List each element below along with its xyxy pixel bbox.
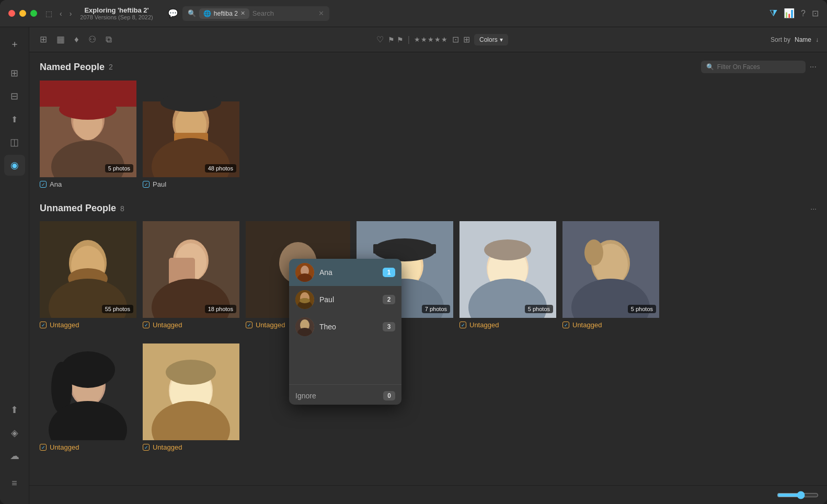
- named-people-grid: 5 photos Ana: [40, 81, 817, 188]
- svg-point-59: [300, 298, 310, 303]
- close-button[interactable]: [8, 10, 15, 17]
- sidebar-item-faces[interactable]: ◉: [4, 155, 25, 176]
- colors-button[interactable]: Colors ▾: [474, 34, 508, 45]
- search-input[interactable]: [252, 9, 315, 17]
- sidebar-item-map[interactable]: ◫: [4, 132, 25, 153]
- face-search-bar[interactable]: 🔍: [701, 61, 806, 73]
- sidebar-toggle-icon[interactable]: ⬚: [43, 8, 54, 19]
- named-more-icon[interactable]: ···: [810, 62, 817, 72]
- paul-name: Paul: [153, 180, 166, 188]
- u6-count-badge: 5 photos: [628, 305, 656, 313]
- u8-name: Untagged: [153, 443, 182, 451]
- unnamed-header: Unnamed People 8 ···: [40, 203, 817, 214]
- u5-photo: [460, 221, 556, 318]
- u1-photo: [40, 221, 136, 318]
- unnamed-more-icon[interactable]: ···: [810, 204, 817, 213]
- sidebar-item-cloud[interactable]: ☁: [4, 445, 25, 466]
- sidebar-item-share[interactable]: ⬆: [4, 399, 25, 420]
- chart-icon[interactable]: 📊: [784, 8, 795, 19]
- sidebar-item-plugin[interactable]: ◈: [4, 422, 25, 443]
- dropdown-theo-number: 3: [383, 322, 395, 331]
- colors-label: Colors: [479, 36, 498, 43]
- u4-count-badge: 7 photos: [422, 305, 450, 313]
- u7-checkbox[interactable]: [40, 444, 47, 451]
- face-card-u2[interactable]: 18 photos Untagged: [143, 221, 239, 329]
- tag-icon[interactable]: ♦: [72, 32, 81, 47]
- person-assign-dropdown: Ana 1 Paul: [289, 259, 401, 405]
- sidebar-item-menu[interactable]: ≡: [4, 473, 25, 494]
- zoom-slider[interactable]: [777, 491, 819, 499]
- titlebar: ⬚ ‹ › Exploring 'heftiba 2' 2078 Version…: [0, 0, 827, 27]
- compare-icon[interactable]: ⧉: [104, 32, 114, 47]
- calendar-icon[interactable]: ▦: [54, 32, 67, 47]
- ana-photo: [40, 81, 136, 177]
- help-icon[interactable]: ?: [801, 9, 806, 18]
- colors-chevron-icon: ▾: [500, 36, 503, 43]
- dropdown-theo-name: Theo: [319, 323, 377, 331]
- u5-checkbox[interactable]: [460, 322, 466, 328]
- u1-count-badge: 55 photos: [102, 305, 133, 313]
- u8-checkbox[interactable]: [143, 444, 150, 451]
- u6-checkbox[interactable]: [562, 322, 569, 328]
- dropdown-paul-number: 2: [383, 295, 395, 304]
- paul-count-badge: 48 photos: [205, 164, 236, 173]
- face-card-u6[interactable]: 5 photos Untagged: [562, 221, 659, 329]
- maximize-button[interactable]: [30, 10, 37, 17]
- favorite-icon[interactable]: ♡: [376, 35, 384, 44]
- ana-name: Ana: [50, 180, 62, 188]
- face-card-u5[interactable]: 5 photos Untagged: [460, 221, 556, 329]
- paul-checkbox[interactable]: [143, 181, 150, 188]
- sidebar: ＋ ⊞ ⊟ ⬆ ◫ ◉ ⬆: [0, 27, 29, 504]
- flag-icons[interactable]: ⚑ ⚑: [388, 36, 404, 44]
- u1-checkbox[interactable]: [40, 322, 47, 328]
- bottom-bar: [29, 485, 827, 504]
- dropdown-item-paul[interactable]: Paul 2: [289, 286, 401, 313]
- face-card-u1[interactable]: 55 photos Untagged: [40, 221, 136, 329]
- back-icon[interactable]: ‹: [58, 8, 64, 19]
- person-icon[interactable]: ⚇: [86, 32, 98, 47]
- titlebar-search-bar[interactable]: 🔍 🌐 heftiba 2 ✕ ✕: [182, 6, 329, 21]
- ana-checkbox[interactable]: [40, 181, 47, 188]
- u3-checkbox[interactable]: [246, 322, 252, 328]
- sidebar-item-albums[interactable]: ⊟: [4, 86, 25, 107]
- dropdown-ignore-row[interactable]: Ignore 0: [289, 387, 401, 405]
- u2-count-badge: 18 photos: [205, 305, 236, 313]
- plus-icon: ＋: [10, 38, 19, 50]
- app-window: ⬚ ‹ › Exploring 'heftiba 2' 2078 Version…: [0, 0, 827, 504]
- forward-icon[interactable]: ›: [67, 8, 74, 19]
- face-card-u8[interactable]: Untagged: [143, 343, 239, 451]
- filter-icon[interactable]: ⧩: [769, 8, 777, 19]
- grid-view-icon[interactable]: ⊞: [38, 32, 49, 47]
- sort-value[interactable]: Name: [795, 36, 811, 43]
- chat-icon[interactable]: 💬: [168, 8, 178, 18]
- sort-direction-icon[interactable]: ↓: [815, 36, 819, 43]
- search-close-icon[interactable]: ✕: [318, 9, 324, 17]
- layout-icon[interactable]: ⊡: [812, 8, 819, 18]
- dropdown-item-theo[interactable]: Theo 3: [289, 313, 401, 340]
- view-icon[interactable]: ⊡: [452, 35, 459, 44]
- tab-close-icon[interactable]: ✕: [240, 10, 245, 17]
- face-card-paul[interactable]: 48 photos Paul: [143, 81, 239, 188]
- window-subtitle: 2078 Versions (Sep 8, 2022): [80, 14, 153, 20]
- dropdown-item-ana[interactable]: Ana 1: [289, 259, 401, 286]
- face-card-u7[interactable]: Untagged: [40, 343, 136, 451]
- faces-icon: ◉: [10, 159, 19, 171]
- u2-checkbox[interactable]: [143, 322, 150, 328]
- face-filter-input[interactable]: [717, 63, 790, 71]
- sort-by-label: Sort by: [771, 36, 790, 43]
- star-rating[interactable]: ★★★★★: [414, 36, 448, 43]
- sidebar-item-import[interactable]: ⬆: [4, 109, 25, 130]
- sidebar-item-library[interactable]: ⊞: [4, 63, 25, 84]
- svg-point-10: [160, 93, 221, 112]
- window-title-group: Exploring 'heftiba 2' 2078 Versions (Sep…: [80, 6, 153, 20]
- named-header: Named People 2 🔍 ···: [40, 61, 817, 73]
- dropdown-paul-name: Paul: [319, 295, 377, 304]
- minimize-button[interactable]: [19, 10, 26, 17]
- u5-count-badge: 5 photos: [525, 305, 553, 313]
- face-card-ana[interactable]: 5 photos Ana: [40, 81, 136, 188]
- search-tab-pill[interactable]: 🌐 heftiba 2 ✕: [199, 8, 249, 19]
- named-people-count: 2: [109, 63, 113, 71]
- photo-icon[interactable]: ⊞: [463, 35, 470, 44]
- add-button[interactable]: ＋: [4, 33, 25, 54]
- ignore-label: Ignore: [295, 392, 378, 400]
